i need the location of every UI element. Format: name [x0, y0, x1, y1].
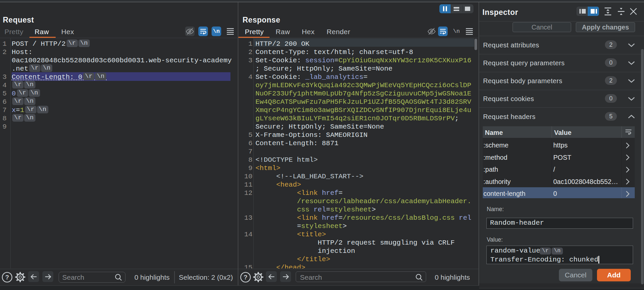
svg-text:?: ? — [244, 274, 248, 281]
svg-text:?: ? — [5, 274, 9, 281]
